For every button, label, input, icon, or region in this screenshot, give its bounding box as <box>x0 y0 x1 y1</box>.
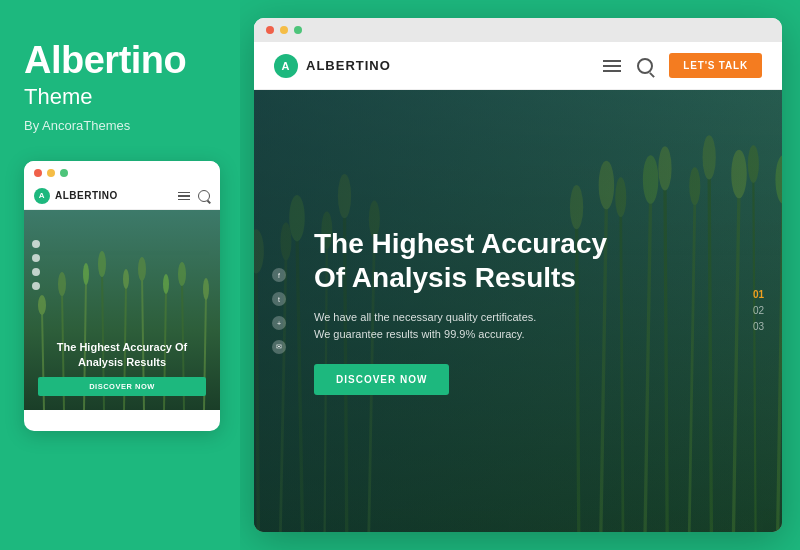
hamburger-icon-desktop[interactable] <box>603 60 621 72</box>
search-icon-desktop[interactable] <box>637 58 653 74</box>
dot-yellow-desktop <box>280 26 288 34</box>
browser-dots-mobile <box>24 161 220 183</box>
svg-point-2 <box>38 295 46 315</box>
page-2[interactable]: 02 <box>753 306 764 316</box>
mobile-hero: The Highest Accuracy Of Analysis Results… <box>24 210 220 410</box>
dot-red <box>34 169 42 177</box>
dot-green-desktop <box>294 26 302 34</box>
browser-bar-desktop <box>254 18 782 42</box>
svg-point-16 <box>178 262 186 286</box>
discover-button[interactable]: DISCOVER NOW <box>314 364 449 395</box>
desktop-nav-right: LET'S TALK <box>603 53 762 78</box>
theme-author: By AncoraThemes <box>24 118 216 133</box>
mobile-nav-icons <box>178 190 210 202</box>
hero-content: The Highest Accuracy Of Analysis Results… <box>254 227 674 394</box>
desktop-logo-text: ALBERTINO <box>306 58 391 73</box>
svg-point-12 <box>138 257 146 281</box>
desktop-logo-icon: A <box>274 54 298 78</box>
mobile-preview: A ALBERTINO <box>24 161 220 431</box>
hero-pagination: 01 02 03 <box>753 290 764 332</box>
svg-point-18 <box>203 278 209 300</box>
theme-subtitle: Theme <box>24 84 216 110</box>
mail-icon[interactable]: ✉ <box>272 340 286 354</box>
mobile-logo-text: ALBERTINO <box>55 190 118 201</box>
svg-point-6 <box>83 263 89 285</box>
desktop-logo: A ALBERTINO <box>274 54 391 78</box>
dot-yellow <box>47 169 55 177</box>
facebook-icon[interactable]: f <box>272 268 286 282</box>
mobile-logo: A ALBERTINO <box>34 188 118 204</box>
desktop-preview: A ALBERTINO LET'S TALK <box>254 18 782 532</box>
mobile-hero-title: The Highest Accuracy Of Analysis Results <box>38 340 206 369</box>
page-3[interactable]: 03 <box>753 322 764 332</box>
hero-title: The Highest Accuracy Of Analysis Results <box>314 227 614 294</box>
lets-talk-button[interactable]: LET'S TALK <box>669 53 762 78</box>
svg-point-14 <box>163 274 169 294</box>
twitter-icon[interactable]: t <box>272 292 286 306</box>
svg-point-10 <box>123 269 129 289</box>
svg-point-4 <box>58 272 66 296</box>
social-facebook <box>32 240 40 248</box>
dot-red-desktop <box>266 26 274 34</box>
svg-point-8 <box>98 251 106 277</box>
theme-title: Albertino <box>24 40 216 82</box>
hero-subtitle: We have all the necessary quality certif… <box>314 309 554 344</box>
desktop-hero: f t + ✉ The Highest Accuracy Of Analysis… <box>254 90 782 532</box>
mobile-social <box>32 240 40 290</box>
social-twitter <box>32 254 40 262</box>
social-mail <box>32 282 40 290</box>
desktop-nav: A ALBERTINO LET'S TALK <box>254 42 782 90</box>
gplus-icon[interactable]: + <box>272 316 286 330</box>
hamburger-icon[interactable] <box>178 192 190 201</box>
left-panel: Albertino Theme By AncoraThemes A ALBERT… <box>0 0 240 550</box>
mobile-discover-button[interactable]: DISCOVER NOW <box>38 377 206 396</box>
hero-social: f t + ✉ <box>272 268 286 354</box>
social-plus <box>32 268 40 276</box>
mobile-nav: A ALBERTINO <box>24 183 220 210</box>
right-panel: A ALBERTINO LET'S TALK <box>240 0 800 550</box>
mobile-hero-content: The Highest Accuracy Of Analysis Results… <box>38 340 206 396</box>
search-icon[interactable] <box>198 190 210 202</box>
mobile-logo-icon: A <box>34 188 50 204</box>
dot-green <box>60 169 68 177</box>
page-1[interactable]: 01 <box>753 290 764 300</box>
